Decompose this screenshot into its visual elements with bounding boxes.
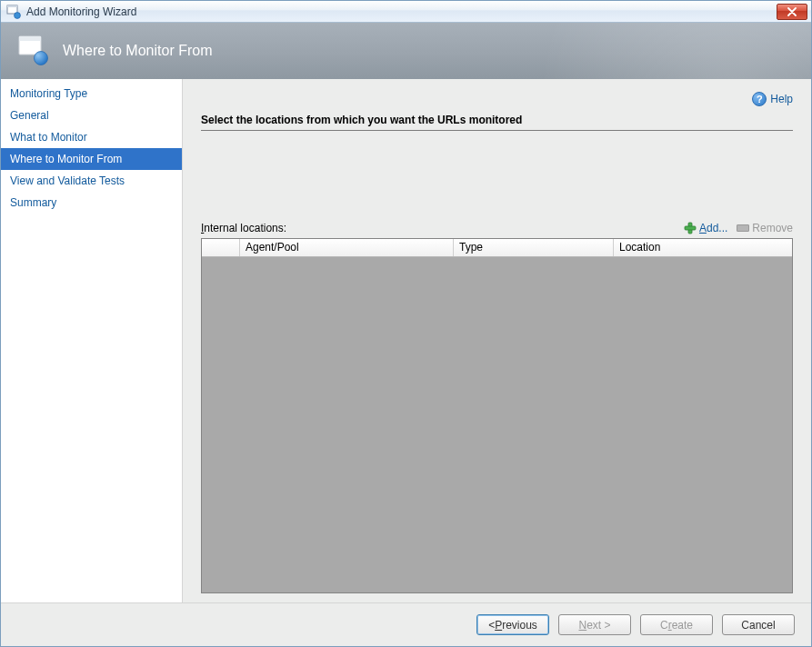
- sidebar-item-where-to-monitor-from[interactable]: Where to Monitor From: [1, 148, 182, 170]
- app-icon: [6, 5, 21, 19]
- minus-icon: [737, 224, 749, 232]
- svg-rect-4: [19, 36, 41, 41]
- sidebar-item-label: General: [10, 109, 49, 122]
- sidebar-item-general[interactable]: General: [1, 105, 182, 126]
- banner-icon: [17, 35, 50, 67]
- body: Monitoring Type General What to Monitor …: [1, 79, 811, 602]
- svg-rect-7: [685, 226, 696, 230]
- titlebar: Add Monitoring Wizard: [1, 1, 811, 23]
- sidebar-item-what-to-monitor[interactable]: What to Monitor: [1, 126, 182, 148]
- table-body: [202, 257, 792, 592]
- sidebar-item-monitoring-type[interactable]: Monitoring Type: [1, 83, 182, 105]
- sidebar: Monitoring Type General What to Monitor …: [1, 79, 183, 602]
- help-label: Help: [770, 93, 793, 105]
- column-checkbox[interactable]: [202, 239, 240, 256]
- internal-locations-label: Internal locations:: [201, 222, 286, 234]
- svg-rect-1: [7, 5, 17, 7]
- add-button[interactable]: Add...: [684, 222, 727, 234]
- help-link[interactable]: ? Help: [752, 92, 793, 106]
- sidebar-item-label: Where to Monitor From: [10, 153, 122, 165]
- footer: < Previous Next > Create Cancel: [1, 602, 811, 646]
- sidebar-item-label: What to Monitor: [10, 131, 87, 144]
- column-type[interactable]: Type: [454, 239, 614, 256]
- add-label: Add...: [699, 222, 727, 234]
- list-header-row: Internal locations: Add... Remo: [201, 222, 793, 234]
- previous-button[interactable]: < Previous: [476, 614, 549, 635]
- plus-icon: [684, 222, 697, 234]
- banner-title: Where to Monitor From: [63, 43, 212, 59]
- column-location[interactable]: Location: [614, 239, 792, 256]
- close-button[interactable]: [777, 4, 807, 20]
- cancel-button[interactable]: Cancel: [722, 614, 795, 635]
- svg-point-2: [15, 12, 21, 18]
- sidebar-item-label: Monitoring Type: [10, 87, 87, 100]
- column-agent[interactable]: Agent/Pool: [240, 239, 454, 256]
- banner: Where to Monitor From: [1, 23, 811, 79]
- remove-label: Remove: [752, 222, 793, 234]
- next-button: Next >: [558, 614, 631, 635]
- sidebar-item-label: Summary: [10, 196, 56, 209]
- sidebar-item-view-validate-tests[interactable]: View and Validate Tests: [1, 170, 182, 192]
- locations-table[interactable]: Agent/Pool Type Location: [201, 238, 793, 593]
- list-actions: Add... Remove: [684, 222, 793, 234]
- wizard-window: Add Monitoring Wizard Where to Monit: [0, 0, 812, 647]
- create-button: Create: [640, 614, 713, 635]
- sidebar-item-summary[interactable]: Summary: [1, 192, 182, 214]
- sidebar-item-label: View and Validate Tests: [10, 174, 125, 187]
- help-icon: ?: [752, 92, 767, 106]
- remove-button: Remove: [737, 222, 793, 234]
- window-title: Add Monitoring Wizard: [26, 5, 777, 18]
- instruction-text: Select the locations from which you want…: [201, 114, 793, 131]
- svg-point-5: [35, 52, 48, 65]
- table-header: Agent/Pool Type Location: [202, 239, 792, 257]
- main-panel: ? Help Select the locations from which y…: [183, 79, 811, 602]
- help-row: ? Help: [201, 90, 793, 108]
